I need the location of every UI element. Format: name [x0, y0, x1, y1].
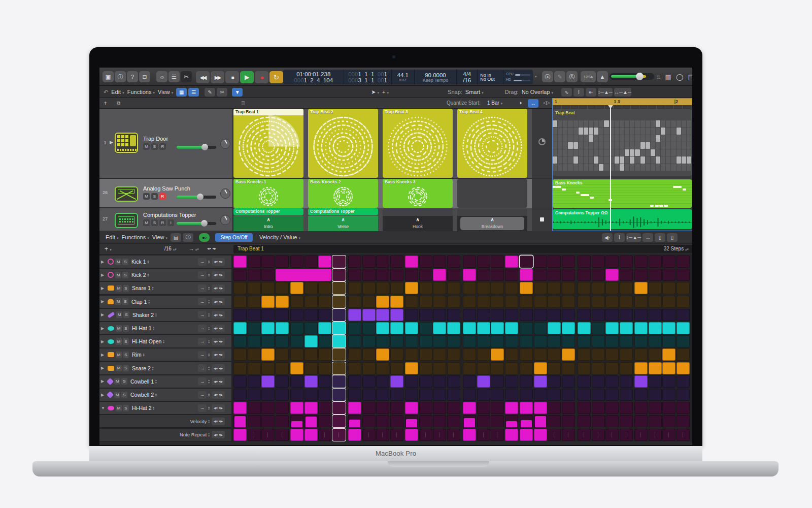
step-row-header[interactable]: Velocity▴▾◂▪ ▪▸	[99, 415, 231, 427]
row-rotate-buttons[interactable]: ◂▪ ▪▸	[212, 298, 225, 305]
step-cell[interactable]	[649, 322, 662, 334]
scene-trigger[interactable]: ∧Breakdown	[457, 216, 527, 231]
step-cell[interactable]	[605, 296, 619, 308]
step-cell[interactable]	[419, 362, 432, 374]
step-cell[interactable]	[505, 282, 518, 294]
cell-contrast-icon[interactable]: ◑	[519, 100, 522, 106]
step-cell[interactable]	[290, 429, 303, 441]
step-cell[interactable]	[463, 362, 476, 374]
row-zoom-slider[interactable]: ↕─▲─	[626, 233, 641, 242]
step-cell[interactable]	[505, 269, 518, 281]
tuner-icon[interactable]: ⓧ	[542, 71, 553, 82]
step-cell[interactable]	[520, 415, 533, 427]
step-cell[interactable]	[318, 415, 331, 427]
step-cell[interactable]	[276, 429, 289, 441]
step-row-header[interactable]: ▶MSHi-Hat Open▴▾→▴▾◂▪ ▪▸	[99, 335, 231, 347]
step-cell[interactable]	[332, 362, 346, 374]
preview-speaker-icon[interactable]: ◀·	[602, 233, 613, 242]
lcd-chevron-icon[interactable]: ▾	[535, 75, 537, 79]
step-cell[interactable]	[362, 362, 376, 374]
rewind-button[interactable]: ◀◀	[196, 71, 210, 83]
step-cell[interactable]	[419, 375, 432, 388]
playhead-marker-icon[interactable]	[608, 105, 613, 109]
step-cell[interactable]	[620, 389, 633, 401]
step-cell[interactable]	[362, 402, 376, 414]
row-direction-stepper[interactable]: →	[198, 311, 207, 319]
volume-knob[interactable]	[197, 194, 204, 200]
playback-direction-stepper[interactable]: → ▴▾	[189, 246, 199, 251]
step-cell[interactable]	[304, 415, 318, 427]
step-cell[interactable]	[477, 269, 490, 281]
step-cell[interactable]	[332, 389, 346, 401]
loop-cell[interactable]: Bass Knocks 3	[383, 179, 453, 208]
step-row-header[interactable]: ▶MSCowbell 1▴▾→▴▾◂▪ ▪▸	[99, 375, 231, 388]
step-cell[interactable]	[405, 375, 418, 388]
step-cell[interactable]	[592, 269, 605, 281]
step-cell[interactable]	[520, 282, 533, 294]
step-cell[interactable]	[605, 309, 619, 321]
value-stepper-icon[interactable]: ▴▾	[208, 273, 210, 277]
step-row-header[interactable]: ▶MSClap 1▴▾→▴▾◂▪ ▪▸	[99, 296, 231, 308]
step-cell[interactable]	[548, 309, 561, 321]
tracks-overview-panel[interactable]: 11 3|2Trap BeatBass KnocksComputations T…	[552, 98, 692, 231]
step-cell[interactable]	[592, 429, 605, 441]
step-cell[interactable]	[447, 296, 460, 308]
step-cell[interactable]	[649, 362, 662, 374]
step-cell[interactable]	[634, 402, 648, 414]
step-cell[interactable]	[520, 429, 533, 441]
step-cell[interactable]	[505, 335, 518, 347]
ss-menu-edit[interactable]: Edit ▾	[106, 234, 119, 240]
step-cell[interactable]	[634, 256, 648, 268]
step-cell[interactable]	[491, 256, 504, 268]
step-cell[interactable]	[676, 362, 690, 374]
zoom-focus-icon[interactable]: ⇤	[586, 88, 596, 97]
overview-ruler[interactable]: 11 3|2	[553, 99, 692, 105]
step-cell[interactable]	[332, 322, 346, 334]
step-cell[interactable]	[276, 389, 289, 401]
step-cell[interactable]	[578, 429, 591, 441]
step-cell[interactable]	[332, 256, 346, 268]
step-cell[interactable]	[534, 429, 547, 441]
step-cell[interactable]	[534, 375, 547, 388]
row-disclosure-icon[interactable]: ▶	[101, 312, 106, 317]
step-row-header[interactable]: ▶MSHi-Hat 1▴▾→▴▾◂▪ ▪▸	[99, 322, 231, 334]
track-m-button[interactable]: M	[143, 143, 150, 150]
value-stepper-icon[interactable]: ▴▾	[153, 406, 155, 410]
grid-view-button[interactable]: ▦	[176, 88, 187, 97]
step-row-header[interactable]: ▶MSRim▴▾→▴▾◂▪ ▪▸	[99, 348, 231, 361]
step-cell[interactable]	[348, 309, 361, 321]
step-cell[interactable]	[578, 282, 591, 294]
step-cell[interactable]	[491, 415, 504, 427]
step-cell[interactable]	[304, 335, 318, 347]
step-cell[interactable]	[662, 282, 675, 294]
step-cell[interactable]	[248, 335, 261, 347]
step-cell[interactable]	[649, 415, 662, 427]
row-m-button[interactable]: M	[116, 325, 122, 332]
step-cell[interactable]	[433, 429, 446, 441]
step-cell[interactable]	[405, 322, 418, 334]
step-cell[interactable]	[562, 362, 575, 374]
step-cell[interactable]	[290, 296, 303, 308]
lane-nav-buttons[interactable]: ◂▪ ▪▸	[212, 418, 225, 425]
step-cell[interactable]	[592, 309, 605, 321]
step-cell[interactable]	[447, 375, 460, 388]
step-cell[interactable]	[620, 269, 633, 281]
step-cell[interactable]	[405, 389, 418, 401]
master-volume-slider[interactable]	[610, 73, 654, 80]
snap-menu[interactable]: Smart ▾	[465, 89, 484, 95]
step-cell[interactable]	[662, 296, 675, 308]
row-direction-stepper[interactable]: →	[198, 298, 207, 305]
step-cell[interactable]	[348, 362, 361, 374]
step-cell[interactable]	[248, 309, 261, 321]
track-m-button[interactable]: M	[143, 219, 150, 226]
step-cell[interactable]	[662, 256, 675, 268]
step-cell[interactable]	[477, 296, 490, 308]
value-stepper-icon[interactable]: ▴▾	[208, 432, 210, 437]
step-cell[interactable]	[605, 375, 619, 388]
row-disclosure-icon[interactable]: ▶	[101, 286, 106, 291]
step-cell[interactable]	[376, 375, 389, 388]
step-cell[interactable]	[634, 389, 648, 401]
velocity-bar[interactable]	[349, 420, 360, 428]
value-stepper-icon[interactable]: ▴▾	[148, 260, 149, 264]
master-volume-knob[interactable]	[636, 73, 644, 80]
